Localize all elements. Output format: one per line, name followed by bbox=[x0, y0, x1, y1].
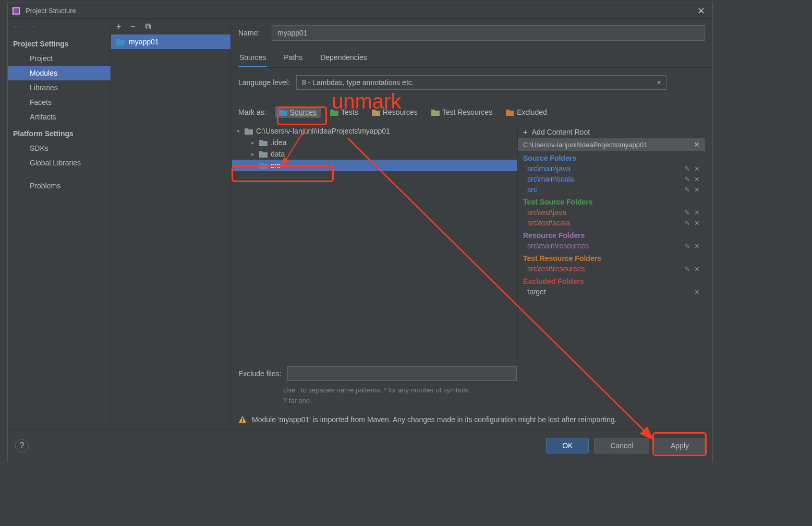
project-structure-dialog: Project Structure ✕ ← → Project Settings… bbox=[7, 3, 713, 462]
mark-sources-label: Sources bbox=[290, 108, 317, 116]
copy-module-icon[interactable]: ⧉ bbox=[145, 22, 151, 31]
remove-icon[interactable]: ✕ bbox=[694, 175, 700, 183]
project-settings-heading: Project Settings bbox=[8, 34, 111, 51]
cancel-button[interactable]: Cancel bbox=[594, 438, 649, 453]
forward-icon[interactable]: → bbox=[29, 22, 37, 31]
tab-sources[interactable]: Sources bbox=[238, 49, 267, 67]
help-button[interactable]: ? bbox=[15, 439, 29, 452]
test-source-folder-item[interactable]: src\test\scala✎✕ bbox=[518, 218, 705, 228]
remove-icon[interactable]: ✕ bbox=[694, 242, 700, 250]
remove-icon[interactable]: ✕ bbox=[694, 288, 700, 296]
tree-root[interactable]: ▾ C:\Users\v-lanjunli\IdeaProjects\myapp… bbox=[232, 125, 517, 137]
resource-folders-heading: Resource Folders bbox=[518, 228, 705, 241]
svg-rect-2 bbox=[242, 418, 243, 421]
nav-libraries[interactable]: Libraries bbox=[8, 80, 111, 95]
add-content-root-label: Add Content Root bbox=[532, 128, 590, 136]
module-editor: Name: Sources Paths Dependencies Languag… bbox=[231, 19, 712, 429]
remove-content-root-icon[interactable]: ✕ bbox=[694, 140, 700, 149]
platform-settings-heading: Platform Settings bbox=[8, 124, 111, 141]
edit-icon[interactable]: ✎ bbox=[684, 219, 690, 227]
warning-text: Module 'myapp01' is imported from Maven.… bbox=[252, 415, 616, 424]
edit-icon[interactable]: ✎ bbox=[684, 186, 690, 194]
nav-artifacts[interactable]: Artifacts bbox=[8, 110, 111, 124]
content-roots-panel: + Add Content Root C:\Users\v-lanjunli\I… bbox=[517, 125, 705, 360]
source-folder-item[interactable]: src✎✕ bbox=[518, 184, 705, 195]
content-root-path-bar: C:\Users\v-lanjunli\IdeaProjects\myapp01… bbox=[518, 138, 705, 151]
mark-test-resources-label: Test Resources bbox=[442, 108, 492, 116]
mark-excluded-label: Excluded bbox=[517, 108, 547, 116]
folder-icon bbox=[372, 109, 380, 116]
edit-icon[interactable]: ✎ bbox=[684, 209, 690, 217]
nav-global-libraries[interactable]: Global Libraries bbox=[8, 156, 111, 170]
source-tree: ▾ C:\Users\v-lanjunli\IdeaProjects\myapp… bbox=[231, 125, 517, 360]
app-icon bbox=[12, 7, 20, 15]
content-root-path: C:\Users\v-lanjunli\IdeaProjects\myapp01 bbox=[523, 141, 647, 149]
tab-paths[interactable]: Paths bbox=[283, 49, 304, 67]
mark-tests-button[interactable]: Tests bbox=[326, 106, 362, 118]
titlebar: Project Structure ✕ bbox=[8, 3, 712, 19]
module-label: myapp01 bbox=[129, 38, 159, 46]
back-icon[interactable]: ← bbox=[13, 22, 21, 31]
edit-icon[interactable]: ✎ bbox=[684, 265, 690, 273]
mark-excluded-button[interactable]: Excluded bbox=[502, 106, 551, 118]
resource-folder-item[interactable]: src\main\resources✎✕ bbox=[518, 241, 705, 251]
test-source-folder-item[interactable]: src\test\java✎✕ bbox=[518, 207, 705, 218]
test-source-folders-heading: Test Source Folders bbox=[518, 195, 705, 207]
remove-module-icon[interactable]: − bbox=[130, 22, 135, 31]
maven-warning: Module 'myapp01' is imported from Maven.… bbox=[231, 410, 712, 429]
tree-item-label: .idea bbox=[271, 138, 286, 147]
folder-icon bbox=[259, 150, 268, 158]
edit-icon[interactable]: ✎ bbox=[684, 175, 690, 183]
source-folder-item[interactable]: src\main\scala✎✕ bbox=[518, 174, 705, 184]
tree-item-src[interactable]: ▸ src bbox=[232, 160, 517, 171]
mark-sources-button[interactable]: Sources bbox=[275, 106, 321, 118]
remove-icon[interactable]: ✕ bbox=[694, 209, 700, 217]
tree-item-idea[interactable]: ▸ .idea bbox=[232, 137, 517, 148]
language-level-select[interactable]: 8 - Lambdas, type annotations etc. ▾ bbox=[296, 75, 666, 90]
tree-item-data[interactable]: ▸ data bbox=[232, 148, 517, 160]
tree-item-label: src bbox=[271, 161, 281, 170]
remove-icon[interactable]: ✕ bbox=[694, 265, 700, 273]
module-list-panel: + − ⧉ myapp01 bbox=[111, 19, 231, 429]
test-resource-folder-item[interactable]: src\test\resources✎✕ bbox=[518, 264, 705, 274]
chevron-right-icon: ▸ bbox=[250, 151, 256, 158]
remove-icon[interactable]: ✕ bbox=[694, 186, 700, 194]
nav-sdks[interactable]: SDKs bbox=[8, 141, 111, 156]
mark-as-label: Mark as: bbox=[238, 108, 266, 116]
remove-icon[interactable]: ✕ bbox=[694, 219, 700, 227]
apply-button[interactable]: Apply bbox=[655, 438, 705, 453]
tree-item-label: data bbox=[271, 150, 285, 158]
source-folder-item[interactable]: src\main\java✎✕ bbox=[518, 163, 705, 174]
button-bar: ? OK Cancel Apply bbox=[8, 429, 712, 462]
nav-project[interactable]: Project bbox=[8, 51, 111, 66]
svg-rect-3 bbox=[242, 421, 243, 422]
add-module-icon[interactable]: + bbox=[116, 22, 121, 31]
mark-resources-label: Resources bbox=[383, 108, 418, 116]
nav-history: ← → bbox=[8, 19, 111, 34]
nav-modules[interactable]: Modules bbox=[8, 66, 111, 80]
add-content-root[interactable]: + Add Content Root bbox=[518, 125, 705, 138]
folder-icon bbox=[279, 109, 287, 116]
ok-button[interactable]: OK bbox=[546, 438, 589, 453]
tab-dependencies[interactable]: Dependencies bbox=[319, 49, 368, 67]
excluded-folder-item[interactable]: target✕ bbox=[518, 286, 705, 297]
folder-icon bbox=[506, 109, 514, 116]
exclude-files-input[interactable] bbox=[287, 366, 517, 381]
close-icon[interactable]: ✕ bbox=[694, 5, 708, 17]
chevron-down-icon: ▾ bbox=[235, 128, 241, 135]
nav-facets[interactable]: Facets bbox=[8, 95, 111, 110]
folder-icon bbox=[431, 109, 440, 116]
mark-resources-button[interactable]: Resources bbox=[368, 106, 422, 118]
remove-icon[interactable]: ✕ bbox=[694, 165, 700, 173]
folder-icon bbox=[330, 109, 338, 116]
module-name-input[interactable] bbox=[272, 25, 705, 41]
folder-icon bbox=[245, 127, 253, 135]
edit-icon[interactable]: ✎ bbox=[684, 242, 690, 250]
plus-icon: + bbox=[523, 127, 528, 136]
mark-test-resources-button[interactable]: Test Resources bbox=[427, 106, 496, 118]
module-myapp01[interactable]: myapp01 bbox=[111, 34, 231, 49]
exclude-files-label: Exclude files: bbox=[238, 369, 281, 378]
edit-icon[interactable]: ✎ bbox=[684, 165, 690, 173]
language-level-label: Language level: bbox=[238, 78, 290, 87]
nav-problems[interactable]: Problems bbox=[8, 178, 111, 193]
